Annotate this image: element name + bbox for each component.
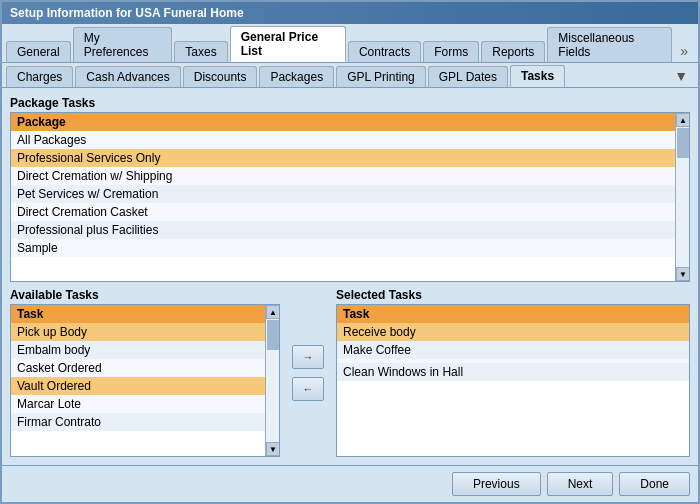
tab-top-general[interactable]: General — [6, 41, 71, 62]
scroll-track — [676, 127, 689, 267]
available-task-item[interactable]: Embalm body — [11, 341, 265, 359]
package-item[interactable]: Direct Cremation w/ Shipping — [11, 167, 675, 185]
next-button[interactable]: Next — [547, 472, 614, 496]
avail-scroll-up-btn[interactable]: ▲ — [266, 305, 280, 319]
available-task-item[interactable]: Firmar Contrato — [11, 413, 265, 431]
selected-task-item[interactable]: Receive body — [337, 323, 689, 341]
scroll-thumb[interactable] — [677, 128, 689, 158]
package-tasks-label: Package Tasks — [10, 96, 690, 110]
available-scrollbar[interactable]: ▲ ▼ — [265, 305, 279, 456]
move-left-button[interactable]: ← — [292, 377, 324, 401]
window-title: Setup Information for USA Funeral Home — [10, 6, 244, 20]
package-list-container: PackageAll PackagesProfessional Services… — [10, 112, 690, 282]
scroll-down-btn[interactable]: ▼ — [676, 267, 690, 281]
available-task-item[interactable]: Marcar Lote — [11, 395, 265, 413]
tab-top-taxes[interactable]: Taxes — [174, 41, 227, 62]
package-tasks-section: Package Tasks PackageAll PackagesProfess… — [10, 96, 690, 282]
move-right-button[interactable]: → — [292, 345, 324, 369]
package-item[interactable]: Direct Cremation Casket — [11, 203, 675, 221]
available-task-item[interactable]: Casket Ordered — [11, 359, 265, 377]
available-task-item[interactable]: Pick up Body — [11, 323, 265, 341]
top-tab-bar: GeneralMy PreferencesTaxesGeneral Price … — [2, 24, 698, 63]
tab-bottom-cash-advances[interactable]: Cash Advances — [75, 66, 180, 87]
available-task-item[interactable]: Vault Ordered — [11, 377, 265, 395]
package-item[interactable]: Professional Services Only — [11, 149, 675, 167]
avail-scroll-down-btn[interactable]: ▼ — [266, 442, 280, 456]
package-scrollbar[interactable]: ▲ ▼ — [675, 113, 689, 281]
previous-button[interactable]: Previous — [452, 472, 541, 496]
available-tasks-section: Available Tasks TaskPick up BodyEmbalm b… — [10, 288, 280, 457]
tab-top-my-preferences[interactable]: My Preferences — [73, 27, 173, 62]
title-bar: Setup Information for USA Funeral Home — [2, 2, 698, 24]
lower-section: Available Tasks TaskPick up BodyEmbalm b… — [10, 288, 690, 457]
tab-bottom-discounts[interactable]: Discounts — [183, 66, 258, 87]
selected-tasks-label: Selected Tasks — [336, 288, 690, 302]
available-task-list[interactable]: TaskPick up BodyEmbalm bodyCasket Ordere… — [11, 305, 279, 456]
tab-bottom-gpl-printing[interactable]: GPL Printing — [336, 66, 426, 87]
arrow-buttons: → ← — [288, 288, 328, 457]
more-tabs-icon[interactable]: » — [674, 40, 694, 62]
package-list[interactable]: PackageAll PackagesProfessional Services… — [11, 113, 689, 281]
more-bottom-tabs-icon[interactable]: ▼ — [668, 65, 694, 87]
tab-bottom-charges[interactable]: Charges — [6, 66, 73, 87]
bottom-bar: Previous Next Done — [2, 465, 698, 502]
selected-tasks-section: Selected Tasks TaskReceive bodyMake Coff… — [336, 288, 690, 457]
package-item[interactable]: Professional plus Facilities — [11, 221, 675, 239]
package-item[interactable]: Sample — [11, 239, 675, 257]
bottom-tab-bar: ChargesCash AdvancesDiscountsPackagesGPL… — [2, 63, 698, 88]
avail-scroll-track — [266, 319, 279, 442]
tab-bottom-packages[interactable]: Packages — [259, 66, 334, 87]
main-window: Setup Information for USA Funeral Home G… — [0, 0, 700, 504]
available-task-item[interactable]: Task — [11, 305, 265, 323]
tab-top-general-price-list[interactable]: General Price List — [230, 26, 346, 62]
available-tasks-container: TaskPick up BodyEmbalm bodyCasket Ordere… — [10, 304, 280, 457]
scroll-up-btn[interactable]: ▲ — [676, 113, 690, 127]
tab-top-contracts[interactable]: Contracts — [348, 41, 421, 62]
selected-task-item[interactable]: Task — [337, 305, 689, 323]
tab-top-miscellaneous-fields[interactable]: Miscellaneous Fields — [547, 27, 672, 62]
package-item[interactable]: Pet Services w/ Cremation — [11, 185, 675, 203]
selected-task-list[interactable]: TaskReceive bodyMake CoffeeClean Windows… — [337, 305, 689, 456]
package-item[interactable]: Package — [11, 113, 675, 131]
package-item[interactable]: All Packages — [11, 131, 675, 149]
main-content: Package Tasks PackageAll PackagesProfess… — [2, 88, 698, 465]
tab-bottom-tasks[interactable]: Tasks — [510, 65, 565, 87]
selected-tasks-container: TaskReceive bodyMake CoffeeClean Windows… — [336, 304, 690, 457]
selected-task-item[interactable]: Make Coffee — [337, 341, 689, 359]
tab-bottom-gpl-dates[interactable]: GPL Dates — [428, 66, 508, 87]
tab-top-reports[interactable]: Reports — [481, 41, 545, 62]
tab-top-forms[interactable]: Forms — [423, 41, 479, 62]
avail-scroll-thumb[interactable] — [267, 320, 279, 350]
done-button[interactable]: Done — [619, 472, 690, 496]
available-tasks-label: Available Tasks — [10, 288, 280, 302]
selected-task-item[interactable]: Clean Windows in Hall — [337, 363, 689, 381]
